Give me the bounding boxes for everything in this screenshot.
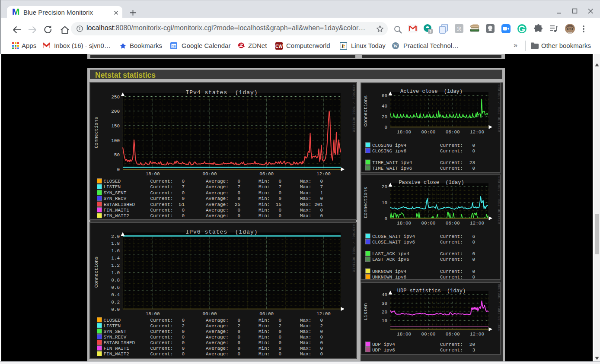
svg-text:Current:: Current: [440, 251, 463, 256]
svg-text:Current:: Current: [150, 208, 173, 213]
svg-text:Average:: Average: [206, 208, 229, 213]
svg-text:Current:: Current: [150, 346, 173, 351]
svg-text:7: 7 [320, 184, 323, 190]
svg-text:0: 0 [472, 275, 475, 280]
svg-text:Listen: Listen [363, 303, 368, 320]
svg-text:Current:: Current: [440, 269, 463, 274]
svg-text:12:00: 12:00 [470, 221, 484, 226]
svg-text:0: 0 [182, 213, 185, 218]
svg-text:12:00: 12:00 [316, 311, 331, 317]
svg-text:0: 0 [278, 329, 281, 334]
svg-text:0: 0 [472, 240, 475, 245]
svg-text:12:00: 12:00 [470, 332, 484, 337]
svg-text:40: 40 [382, 104, 387, 109]
svg-text:20: 20 [382, 114, 387, 120]
svg-text:0: 0 [182, 335, 185, 340]
svg-text:0: 0 [237, 318, 240, 323]
svg-text:Min:: Min: [259, 329, 270, 334]
svg-text:Max:: Max: [300, 351, 311, 357]
svg-text:Current:: Current: [440, 160, 463, 165]
svg-text:0: 0 [278, 340, 281, 345]
svg-text:Min:: Min: [259, 323, 270, 329]
svg-text:0: 0 [472, 257, 475, 262]
svg-text:Average:: Average: [206, 323, 229, 329]
svg-text:18:00: 18:00 [397, 332, 411, 337]
svg-text:CLOSE_WAIT ipv4: CLOSE_WAIT ipv4 [372, 234, 415, 239]
svg-text:201: 201 [314, 202, 323, 207]
svg-text:UDP statistics (1day): UDP statistics (1day) [397, 288, 466, 294]
svg-text:0: 0 [182, 208, 185, 213]
svg-text:0.2: 0.2 [111, 300, 120, 305]
svg-text:0: 0 [472, 269, 475, 274]
svg-text:0: 0 [278, 213, 281, 218]
svg-text:18:00: 18:00 [146, 171, 160, 177]
svg-text:LISTEN: LISTEN [104, 323, 121, 329]
svg-text:Max:: Max: [300, 179, 311, 184]
svg-text:Current:: Current: [440, 149, 463, 154]
svg-text:0: 0 [278, 196, 281, 201]
svg-text:25: 25 [235, 202, 240, 207]
svg-text:Average:: Average: [206, 179, 229, 184]
svg-text:Current:: Current: [440, 275, 463, 280]
svg-text:SYN_SENT: SYN_SENT [104, 329, 127, 334]
svg-text:23: 23 [469, 160, 475, 165]
svg-text:UDP ipv6: UDP ipv6 [372, 348, 395, 353]
svg-text:Current:: Current: [150, 184, 173, 190]
svg-text:2: 2 [320, 323, 323, 329]
svg-text:60: 60 [382, 93, 387, 98]
svg-text:0: 0 [237, 196, 240, 201]
svg-text:Current:: Current: [150, 179, 173, 184]
svg-text:50: 50 [114, 152, 120, 158]
svg-text:Min:: Min: [259, 346, 270, 351]
svg-text:CLOSED: CLOSED [104, 318, 121, 323]
svg-text:Current:: Current: [150, 329, 173, 334]
svg-text:30: 30 [382, 301, 387, 306]
svg-text:IPv4 states (1day): IPv4 states (1day) [185, 89, 258, 96]
svg-text:Min:: Min: [259, 340, 270, 345]
svg-text:0.4: 0.4 [111, 292, 120, 298]
svg-text:06:00: 06:00 [446, 332, 460, 337]
svg-text:ESTABLISHED: ESTABLISHED [104, 340, 135, 345]
svg-text:Current:: Current: [440, 257, 463, 262]
svg-text:ESTABLISHED: ESTABLISHED [104, 202, 135, 207]
svg-text:0: 0 [182, 340, 185, 345]
svg-text:12:00: 12:00 [470, 130, 484, 135]
svg-text:200: 200 [111, 109, 120, 114]
svg-text:LISTEN: LISTEN [104, 184, 121, 190]
svg-text:TIME_WAIT ipv4: TIME_WAIT ipv4 [372, 160, 412, 165]
svg-text:RRDTOOL / TOBI OETIKER: RRDTOOL / TOBI OETIKER [497, 284, 501, 332]
svg-text:Min:: Min: [259, 190, 270, 196]
svg-text:06:00: 06:00 [446, 130, 460, 135]
svg-text:0: 0 [237, 208, 240, 213]
svg-text:FIN_WAIT2: FIN_WAIT2 [104, 213, 129, 218]
svg-text:0.6: 0.6 [111, 285, 120, 290]
svg-text:18:00: 18:00 [146, 311, 160, 317]
svg-text:0: 0 [384, 216, 387, 222]
svg-text:0: 0 [278, 190, 281, 196]
svg-text:Current:: Current: [440, 348, 463, 353]
svg-text:0: 0 [384, 125, 387, 130]
svg-text:Max:: Max: [300, 196, 311, 201]
svg-text:0: 0 [182, 351, 185, 357]
svg-text:0: 0 [182, 196, 185, 201]
svg-text:Current:: Current: [440, 143, 463, 148]
svg-text:SYN_RECV: SYN_RECV [104, 335, 127, 340]
svg-text:00:00: 00:00 [202, 171, 217, 177]
svg-text:10: 10 [382, 318, 387, 323]
svg-text:Min:: Min: [259, 196, 270, 201]
svg-text:0: 0 [472, 251, 475, 256]
svg-text:0: 0 [320, 196, 323, 201]
svg-text:1.0: 1.0 [111, 270, 120, 275]
svg-text:0: 0 [278, 318, 281, 323]
svg-text:Current:: Current: [150, 340, 173, 345]
svg-text:Max:: Max: [300, 346, 311, 351]
svg-text:TIME_WAIT ipv6: TIME_WAIT ipv6 [372, 166, 412, 171]
svg-text:0: 0 [182, 179, 185, 184]
svg-text:Max:: Max: [300, 329, 311, 334]
svg-text:CLOSING ipv4: CLOSING ipv4 [372, 143, 407, 148]
svg-text:06:00: 06:00 [446, 221, 460, 226]
svg-text:Max:: Max: [300, 213, 311, 218]
svg-text:Max:: Max: [300, 335, 311, 340]
svg-text:FIN_WAIT2: FIN_WAIT2 [104, 351, 129, 357]
svg-text:Current:: Current: [440, 166, 463, 171]
